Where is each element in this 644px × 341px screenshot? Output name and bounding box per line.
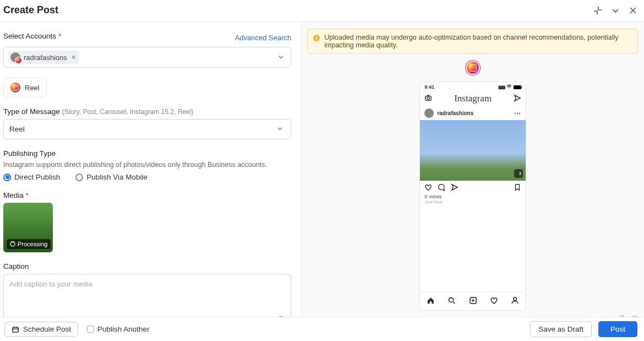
footer-right: Save as Draft Post [530,321,637,337]
required-marker: * [26,192,29,199]
caption-footer: Insert 2200 [9,316,285,317]
views-count: 0 views [424,193,521,199]
activity-icon [490,296,498,306]
media-label: Media * [3,191,291,199]
chevron-down-icon[interactable] [276,53,286,62]
schedule-post-button[interactable]: Schedule Post [4,322,78,337]
account-avatar [10,52,20,62]
ig-user-row: radrafashions ⋯ [420,106,526,120]
heart-icon [424,183,432,192]
mute-icon [514,169,523,178]
search-icon [447,296,456,306]
caption-section: Caption Add caption to your media Insert… [3,262,291,317]
status-time: 9:41 [424,84,434,90]
home-icon [427,296,435,306]
comment-icon [438,183,445,192]
emoji-picker-icon[interactable] [276,316,285,317]
wifi-icon [506,84,512,90]
minimize-icon[interactable] [593,6,602,15]
svg-rect-9 [13,327,18,332]
svg-point-3 [449,297,454,302]
caption-placeholder: Add caption to your media [9,280,285,288]
header-actions [593,6,637,15]
camera-icon [424,94,432,103]
channel-badge-row: Reel [3,78,291,98]
preview-footer [307,311,638,317]
instagram-icon [10,83,20,93]
accounts-input[interactable]: radrafashions × [3,47,291,68]
save-draft-button[interactable]: Save as Draft [530,321,592,337]
bookmark-icon [514,183,521,192]
post-meta: 0 views Just Now [420,193,526,204]
message-type-hint: (Story, Post, Carousel, Instagram 15.2, … [62,108,194,116]
close-icon[interactable] [629,6,637,15]
status-bar: 9:41 ▮▮▮▮ [420,82,526,92]
ig-nav-bar [420,291,526,310]
account-chip-name: radrafashions [24,53,67,62]
spinner-icon [10,241,15,247]
phone-preview: 9:41 ▮▮▮▮ Instagram [419,82,526,311]
compose-panel: Select Accounts * Advanced Search radraf… [0,22,302,317]
caption-label: Caption [3,262,291,270]
svg-point-2 [427,97,429,99]
optimization-alert: ! Uploaded media may undergo auto-optimi… [307,29,638,54]
advanced-search-link[interactable]: Advanced Search [235,34,292,42]
publishing-radios: Direct Publish Publish Via Mobile [3,173,291,181]
remove-account-icon[interactable]: × [72,53,76,61]
action-row [420,181,526,193]
reel-card-label: Reel [25,84,40,92]
ig-header: Instagram [420,92,526,106]
account-chip: radrafashions × [8,51,79,64]
instagram-logo: Instagram [454,93,492,104]
preview-channel-icon[interactable] [467,62,479,74]
radio-direct-publish[interactable]: Direct Publish [3,173,60,181]
reel-channel-card[interactable]: Reel [3,78,47,98]
checkbox-box [87,326,94,333]
alert-text: Uploaded media may undergo auto-optimiza… [324,34,632,49]
select-accounts-label: Select Accounts * [3,32,61,40]
battery-icon [514,85,521,89]
user-avatar [424,109,434,118]
footer-left: Schedule Post Publish Another [4,322,150,337]
collapse-icon[interactable] [611,6,620,15]
main-split: Select Accounts * Advanced Search radraf… [0,22,644,317]
processing-badge: Processing [7,239,51,249]
preview-wrap: 9:41 ▮▮▮▮ Instagram [307,62,638,311]
message-type-value: Reel [9,125,25,133]
caption-meta: 2200 [255,316,285,317]
header-bar: Create Post [0,0,644,22]
publishing-type-desc: Instagram supports direct publishing of … [3,161,291,169]
post-button[interactable]: Post [598,321,637,337]
message-type-label: Type of Message (Story, Post, Carousel, … [3,107,291,116]
caption-input[interactable]: Add caption to your media Insert 2200 [3,274,291,317]
signal-icon: ▮▮▮▮ [498,85,505,90]
profile-icon [511,296,519,306]
chevron-down-icon [275,125,285,133]
select-accounts-section: Select Accounts * Advanced Search radraf… [3,32,291,68]
warning-icon: ! [313,35,320,41]
footer-bar: Schedule Post Publish Another Save as Dr… [0,317,644,341]
share-icon [451,183,459,192]
preview-panel: ! Uploaded media may undergo auto-optimi… [302,22,644,317]
post-time: Just Now [424,199,521,204]
send-icon [514,94,521,103]
media-section: Media * Processing [3,191,291,252]
publishing-type-label: Publishing Type [3,149,291,158]
publishing-type-section: Publishing Type Instagram supports direc… [3,149,291,181]
add-icon [469,296,477,306]
message-type-select[interactable]: Reel [3,119,291,139]
feed-media [420,120,526,181]
radio-dot [75,174,83,181]
publish-another-checkbox[interactable]: Publish Another [87,325,150,333]
media-thumbnail[interactable]: Processing [3,203,53,252]
preview-username: radrafashions [437,110,473,116]
radio-dot [3,174,11,181]
radio-publish-via-mobile[interactable]: Publish Via Mobile [75,173,148,181]
message-type-section: Type of Message (Story, Post, Carousel, … [3,107,291,139]
svg-point-5 [514,297,517,301]
page-title: Create Post [3,4,58,16]
more-icon: ⋯ [514,110,521,117]
required-marker: * [58,33,61,40]
status-icons: ▮▮▮▮ [498,84,521,90]
